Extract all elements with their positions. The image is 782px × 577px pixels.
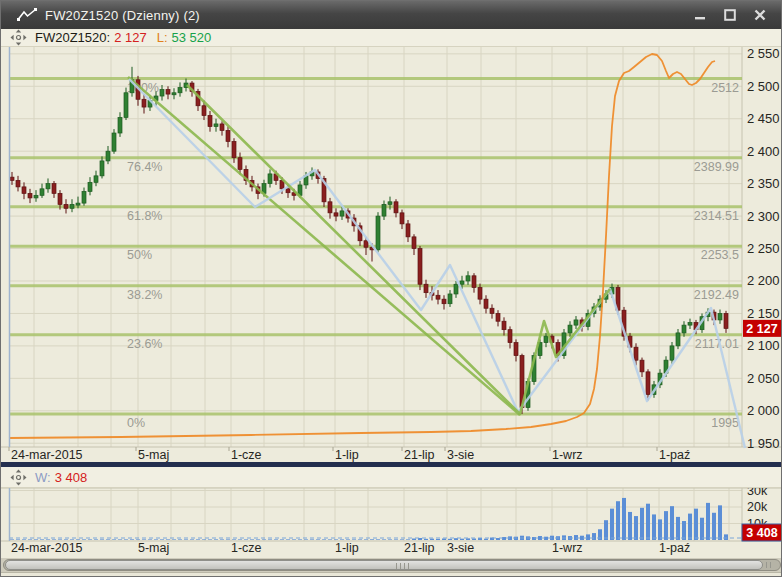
svg-text:2 450: 2 450 [747, 111, 780, 126]
pan-handle-icon[interactable] [10, 29, 27, 46]
scrollbar-end-grip-icon [766, 562, 774, 568]
svg-text:24-mar-2015: 24-mar-2015 [11, 541, 83, 555]
last-price-badge: 2 127 [743, 320, 782, 337]
volume-chart[interactable]: 30k20k10k24-mar-20155-maj1-cze1-lip21-li… [1, 488, 782, 558]
window-titlebar[interactable]: FW20Z1520 (Dzienny) (2) [1, 1, 782, 29]
svg-text:23.6%: 23.6% [127, 337, 162, 351]
maximize-button[interactable] [721, 7, 739, 23]
svg-text:3-sie: 3-sie [447, 448, 474, 462]
svg-text:2 050: 2 050 [747, 371, 780, 386]
open-interest-label: L: [157, 30, 168, 45]
svg-text:2 127: 2 127 [746, 322, 777, 336]
next-panel-sliver [1, 572, 782, 577]
minimize-button[interactable] [691, 7, 709, 23]
svg-text:1 950: 1 950 [747, 436, 780, 451]
svg-text:2 350: 2 350 [747, 176, 780, 191]
volume-value: 3 408 [55, 470, 88, 485]
symbol-label: FW20Z1520: [35, 30, 110, 45]
svg-text:2 500: 2 500 [747, 79, 780, 94]
svg-text:21-lip: 21-lip [404, 541, 435, 555]
svg-text:2 200: 2 200 [747, 273, 780, 288]
last-price-value: 2 127 [114, 30, 147, 45]
svg-text:2 250: 2 250 [747, 241, 780, 256]
volume-badge: 3 408 [742, 524, 782, 541]
svg-text:61.8%: 61.8% [127, 209, 162, 223]
chart-window: FW20Z1520 (Dzienny) (2) FW20Z1520: 2 127… [0, 0, 782, 577]
line-chart-icon [15, 6, 39, 24]
svg-text:3-sie: 3-sie [447, 541, 474, 555]
svg-text:1-lip: 1-lip [335, 448, 359, 462]
svg-text:3 408: 3 408 [746, 526, 777, 540]
svg-text:0%: 0% [127, 416, 145, 430]
svg-text:1-wrz: 1-wrz [552, 541, 583, 555]
volume-panel-header: W: 3 408 [1, 467, 782, 488]
close-button[interactable] [751, 7, 769, 23]
svg-text:2314.51: 2314.51 [694, 209, 739, 223]
window-title: FW20Z1520 (Dzienny) (2) [45, 8, 691, 23]
svg-text:1-cze: 1-cze [231, 541, 262, 555]
svg-text:5-maj: 5-maj [138, 541, 169, 555]
pan-handle-icon[interactable] [10, 469, 27, 486]
volume-label: W: [35, 470, 51, 485]
main-panel-header: FW20Z1520: 2 127 L: 53 520 [1, 29, 782, 47]
svg-text:1-wrz: 1-wrz [552, 448, 583, 462]
svg-text:2 000: 2 000 [747, 403, 780, 418]
scrollbar-track[interactable] [3, 559, 781, 571]
svg-text:2 400: 2 400 [747, 144, 780, 159]
main-price-chart[interactable]: 100%251276.4%2389.9961.8%2314.5150%2253.… [1, 47, 782, 462]
horizontal-scrollbar[interactable] [1, 558, 782, 572]
svg-text:24-mar-2015: 24-mar-2015 [11, 448, 83, 462]
svg-text:2 300: 2 300 [747, 209, 780, 224]
svg-text:30k: 30k [747, 488, 768, 498]
open-interest-value: 53 520 [172, 30, 212, 45]
svg-text:1-cze: 1-cze [231, 448, 262, 462]
svg-text:76.4%: 76.4% [127, 160, 162, 174]
svg-text:20k: 20k [747, 500, 768, 514]
svg-text:5-maj: 5-maj [138, 448, 169, 462]
svg-text:1-paź: 1-paź [659, 448, 690, 462]
svg-text:2192.49: 2192.49 [694, 288, 739, 302]
svg-text:1995: 1995 [711, 416, 739, 430]
svg-text:2253.5: 2253.5 [701, 248, 739, 262]
svg-text:38.2%: 38.2% [127, 288, 162, 302]
svg-text:2512: 2512 [711, 81, 739, 95]
svg-text:1-lip: 1-lip [335, 541, 359, 555]
svg-text:2117.01: 2117.01 [695, 337, 739, 351]
svg-text:50%: 50% [127, 248, 152, 262]
svg-text:2 150: 2 150 [747, 306, 780, 321]
svg-text:2 550: 2 550 [747, 47, 780, 61]
svg-text:1-paź: 1-paź [659, 541, 690, 555]
scrollbar-thumb[interactable] [5, 560, 763, 570]
svg-text:2389.99: 2389.99 [694, 160, 739, 174]
scrollbar-grip-icon [396, 563, 410, 569]
svg-text:2 100: 2 100 [747, 338, 780, 353]
svg-text:21-lip: 21-lip [404, 448, 435, 462]
